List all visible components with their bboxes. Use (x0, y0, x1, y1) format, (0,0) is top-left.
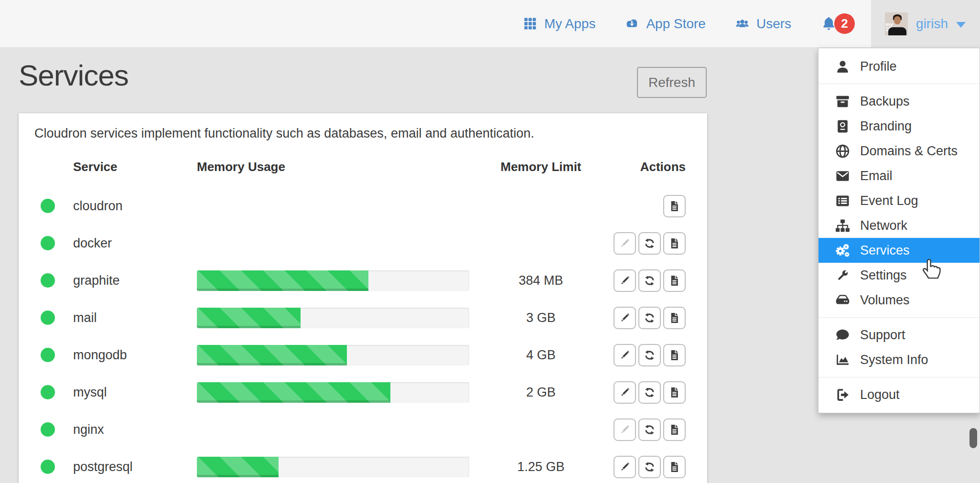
logs-button[interactable] (663, 344, 686, 366)
menu-item-label: Profile (860, 59, 897, 74)
logout-icon (835, 387, 851, 403)
file-icon (668, 461, 680, 473)
services-panel: Cloudron services implement functionalit… (19, 113, 707, 483)
logs-button[interactable] (663, 232, 686, 255)
menu-item-domains-certs[interactable]: Domains & Certs (818, 139, 980, 163)
menu-item-profile[interactable]: Profile (818, 54, 980, 79)
nav-item-users[interactable]: Users (735, 16, 791, 32)
menu-item-label: Settings (860, 268, 907, 283)
restart-button[interactable] (638, 381, 661, 404)
logs-button[interactable] (663, 269, 686, 292)
nav-item-app-store[interactable]: App Store (625, 16, 706, 32)
service-name: graphite (73, 273, 197, 288)
menu-item-branding[interactable]: Branding (818, 114, 980, 139)
refresh-icon (644, 386, 656, 398)
table-row: nginx (34, 411, 691, 448)
service-rows: cloudron docker graphite 384 MB mail 3 G… (34, 187, 691, 483)
nav-item-my-apps[interactable]: My Apps (523, 16, 595, 32)
refresh-icon (644, 275, 656, 287)
passport-icon (835, 118, 851, 134)
menu-item-support[interactable]: Support (818, 322, 980, 347)
logs-button[interactable] (663, 307, 686, 329)
status-dot (41, 348, 55, 362)
table-row: graphite 384 MB (34, 262, 691, 299)
memory-usage-bar (197, 382, 469, 403)
user-name: girish (916, 16, 948, 32)
menu-item-label: Logout (860, 387, 900, 402)
edit-button[interactable] (614, 381, 636, 404)
restart-button[interactable] (638, 232, 661, 255)
menu-item-services[interactable]: Services (818, 238, 980, 263)
table-row: postgresql 1.25 GB (34, 448, 691, 483)
status-dot (41, 199, 55, 213)
status-dot (41, 273, 55, 288)
refresh-icon (644, 461, 656, 473)
menu-divider (818, 317, 980, 318)
menu-item-label: System Info (860, 353, 928, 367)
cogs-icon (835, 243, 851, 258)
restart-button[interactable] (638, 269, 661, 292)
file-icon (668, 312, 680, 324)
memory-usage-bar (197, 345, 469, 365)
menu-item-logout[interactable]: Logout (818, 382, 980, 407)
refresh-button[interactable]: Refresh (637, 67, 707, 98)
status-dot (41, 385, 55, 399)
restart-button[interactable] (638, 456, 661, 478)
memory-limit-value: 4 GB (469, 348, 613, 363)
logs-button[interactable] (663, 419, 686, 441)
logs-button[interactable] (663, 456, 686, 478)
restart-button[interactable] (638, 307, 661, 329)
file-icon (668, 386, 680, 398)
status-dot (41, 236, 55, 250)
menu-item-label: Branding (860, 119, 912, 134)
column-header-memory-limit: Memory Limit (469, 160, 613, 174)
menu-divider (818, 377, 980, 377)
menu-item-email[interactable]: Email (818, 163, 980, 188)
table-row: docker (34, 225, 691, 262)
restart-button[interactable] (638, 344, 661, 366)
row-actions (613, 269, 691, 292)
memory-usage-bar (197, 308, 469, 328)
menu-divider (818, 84, 980, 84)
menu-item-label: Domains & Certs (860, 144, 958, 159)
menu-item-network[interactable]: Network (818, 213, 980, 238)
menu-item-backups[interactable]: Backups (818, 89, 980, 114)
notifications-button[interactable]: 2 (821, 13, 855, 34)
edit-button[interactable] (614, 269, 636, 292)
row-actions (613, 419, 691, 441)
memory-limit-value: 384 MB (469, 273, 613, 288)
user-menu-toggle[interactable]: my18 girish (871, 0, 980, 47)
users-icon (735, 17, 749, 31)
pencil-icon (619, 461, 631, 473)
menu-item-system-info[interactable]: System Info (818, 347, 980, 372)
menu-item-volumes[interactable]: Volumes (818, 288, 980, 312)
service-name: docker (73, 236, 197, 251)
menu-item-label: Backups (860, 94, 910, 109)
memory-limit-value: 2 GB (469, 385, 613, 400)
table-row: mail 3 GB (34, 299, 691, 336)
menu-item-settings[interactable]: Settings (818, 263, 980, 288)
service-name: cloudron (73, 199, 197, 214)
service-name: mysql (73, 385, 197, 400)
comment-icon (835, 327, 851, 343)
logs-button[interactable] (663, 195, 686, 217)
hdd-icon (835, 292, 851, 308)
table-row: mysql 2 GB (34, 374, 691, 411)
edit-button[interactable] (614, 344, 636, 366)
chevron-down-icon (956, 22, 966, 28)
edit-button (614, 232, 636, 255)
row-actions (613, 195, 691, 217)
pencil-icon (619, 312, 631, 324)
pencil-icon (619, 349, 631, 361)
menu-item-event-log[interactable]: Event Log (818, 188, 980, 213)
menu-item-label: Network (860, 218, 907, 233)
memory-usage-bar-fill (197, 308, 301, 328)
scrollbar-thumb[interactable] (969, 428, 977, 448)
edit-button[interactable] (614, 307, 636, 329)
logs-button[interactable] (663, 381, 686, 404)
edit-button[interactable] (614, 456, 636, 478)
memory-usage-bar-fill (197, 345, 347, 365)
file-icon (668, 424, 680, 436)
column-header-actions: Actions (613, 160, 691, 174)
restart-button[interactable] (638, 419, 661, 441)
